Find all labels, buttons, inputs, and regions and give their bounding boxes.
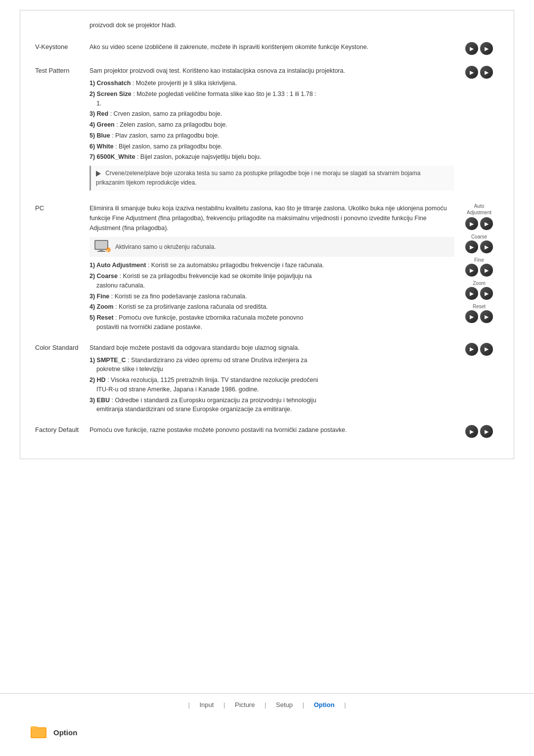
left-arrow-icon: ▶: [470, 346, 474, 352]
fine-btn-pair: ▶ ▶: [465, 264, 493, 277]
fine-btn-right[interactable]: ▶: [480, 264, 493, 277]
option-title: Option: [53, 728, 77, 737]
nav-option[interactable]: Option: [314, 701, 335, 709]
right-arrow-icon: ▶: [485, 346, 489, 352]
right-arrow-icon: ▶: [485, 244, 489, 250]
nav-bar: | Input | Picture | Setup | Option |: [0, 693, 534, 709]
colorstandard-controls: ▶ ▶: [459, 343, 499, 358]
vkeystone-label: V-Keystone: [35, 42, 89, 50]
svg-rect-6: [31, 726, 38, 728]
zoom-btn-pair: ▶ ▶: [465, 287, 493, 300]
testpattern-btn-left[interactable]: ▶: [465, 66, 478, 79]
reset-btn-right[interactable]: ▶: [480, 310, 493, 323]
left-arrow-icon: ▶: [470, 314, 474, 320]
svg-rect-2: [97, 251, 105, 252]
left-arrow-icon: ▶: [470, 70, 474, 75]
pc-note-box: ! Aktivirano samo u okruženju računala.: [89, 237, 454, 257]
spacer: [0, 469, 534, 683]
auto-adj-label2: Adjustment: [467, 210, 491, 215]
right-arrow-icon: ▶: [485, 46, 489, 51]
nav-sep-2: |: [223, 701, 225, 709]
monitor-icon: !: [94, 240, 111, 254]
testpattern-list: 1) Crosshatch : Možete provjeriti je li …: [89, 79, 454, 162]
right-arrow-icon: ▶: [485, 70, 489, 75]
term-crosshatch: 1) Crosshatch: [89, 80, 131, 87]
reset-btn-left[interactable]: ▶: [465, 310, 478, 323]
coarse-btn-pair: ▶ ▶: [465, 240, 493, 253]
colorstandard-btn-pair: ▶ ▶: [465, 343, 493, 356]
pc-controls: Auto Adjustment ▶ ▶ Coarse ▶ ▶: [459, 203, 499, 325]
term-reset: 5) Reset: [89, 314, 114, 321]
colorstandard-btn-left[interactable]: ▶: [465, 343, 478, 356]
pc-activation-note: Aktivirano samo u okruženju računala.: [115, 242, 216, 252]
term-blue: 5) Blue: [89, 132, 110, 139]
term-smpte: 1) SMPTE_C: [89, 357, 126, 364]
colorstandard-btn-right[interactable]: ▶: [480, 343, 493, 356]
vkeystone-btn-right[interactable]: ▶: [480, 42, 493, 55]
testpattern-row: Test Pattern Sam projektor proizvodi ova…: [35, 66, 499, 194]
term-coarse: 2) Coarse: [89, 273, 118, 280]
zoom-label: Zoom: [473, 281, 486, 286]
fine-label: Fine: [474, 257, 484, 263]
pc-list: 1) Auto Adjustment : Koristi se za autom…: [89, 261, 454, 331]
factorydefault-btn-right[interactable]: ▶: [480, 425, 493, 438]
factorydefault-btn-left[interactable]: ▶: [465, 425, 478, 438]
fine-btn-left[interactable]: ▶: [465, 264, 478, 277]
right-arrow-icon: ▶: [485, 268, 489, 273]
coarse-btn-right[interactable]: ▶: [480, 240, 493, 253]
left-arrow-icon: ▶: [470, 291, 474, 296]
bottom-nav: | Input | Picture | Setup | Option | Opt…: [0, 683, 534, 756]
testpattern-note: Crvene/zelene/plave boje uzoraka testa s…: [89, 166, 454, 190]
vkeystone-btn-left[interactable]: ▶: [465, 42, 478, 55]
term-fine: 3) Fine: [89, 293, 109, 300]
factorydefault-btn-pair: ▶ ▶: [465, 425, 493, 438]
term-kwhite: 7) 6500K_White: [89, 153, 135, 160]
coarse-btn-left[interactable]: ▶: [465, 240, 478, 253]
intro-text: proizvodi dok se projektor hladi.: [89, 20, 454, 33]
left-arrow-icon: ▶: [470, 429, 474, 434]
term-autoadj: 1) Auto Adjustment: [89, 262, 146, 269]
factorydefault-label: Factory Default: [35, 425, 89, 433]
page-wrapper: proizvodi dok se projektor hladi. V-Keys…: [0, 0, 534, 756]
auto-adj-btn-left[interactable]: ▶: [465, 217, 478, 230]
testpattern-btn-right[interactable]: ▶: [480, 66, 493, 79]
option-icon: [30, 723, 47, 741]
zoom-btn-left[interactable]: ▶: [465, 287, 478, 300]
zoom-btn-right[interactable]: ▶: [480, 287, 493, 300]
nav-input[interactable]: Input: [199, 701, 214, 709]
svg-text:!: !: [107, 248, 108, 253]
vkeystone-controls: ▶ ▶: [459, 42, 499, 57]
pc-content: Eliminira ili smanjuje buku koja izaziva…: [89, 203, 454, 333]
vkeystone-row: V-Keystone Ako su video scene izobličene…: [35, 42, 499, 57]
term-red: 3) Red: [89, 110, 108, 117]
testpattern-label: Test Pattern: [35, 66, 89, 74]
coarse-label: Coarse: [471, 234, 487, 239]
nav-picture[interactable]: Picture: [235, 701, 255, 709]
left-arrow-icon: ▶: [470, 221, 474, 227]
auto-adj-btn-pair: ▶ ▶: [465, 217, 493, 230]
right-arrow-icon: ▶: [485, 314, 489, 320]
auto-adj-label: Auto: [474, 203, 485, 209]
nav-sep-5: |: [344, 701, 346, 709]
intro-label: [35, 20, 89, 21]
nav-sep-3: |: [265, 701, 266, 709]
testpattern-controls: ▶ ▶: [459, 66, 499, 81]
term-zoom: 4) Zoom: [89, 303, 114, 310]
colorstandard-content: Standard boje možete postaviti da odgova…: [89, 343, 454, 417]
nav-sep-4: |: [303, 701, 304, 709]
option-section: Option: [0, 718, 534, 746]
intro-row: proizvodi dok se projektor hladi.: [35, 20, 499, 33]
left-arrow-icon: ▶: [470, 244, 474, 250]
nav-setup[interactable]: Setup: [276, 701, 293, 709]
testpattern-content: Sam projektor proizvodi ovaj test. Koriš…: [89, 66, 454, 194]
term-ebu: 3) EBU: [89, 397, 110, 404]
testpattern-btn-pair: ▶ ▶: [465, 66, 493, 79]
colorstandard-list: 1) SMPTE_C : Standardizirano za video op…: [89, 356, 454, 415]
pc-label: PC: [35, 203, 89, 212]
colorstandard-label: Color Standard: [35, 343, 89, 351]
left-arrow-icon: ▶: [470, 268, 474, 273]
left-arrow-icon: ▶: [470, 46, 474, 51]
svg-rect-0: [95, 240, 108, 249]
factorydefault-row: Factory Default Pomoću ove funkcije, raz…: [35, 425, 499, 440]
auto-adj-btn-right[interactable]: ▶: [480, 217, 493, 230]
